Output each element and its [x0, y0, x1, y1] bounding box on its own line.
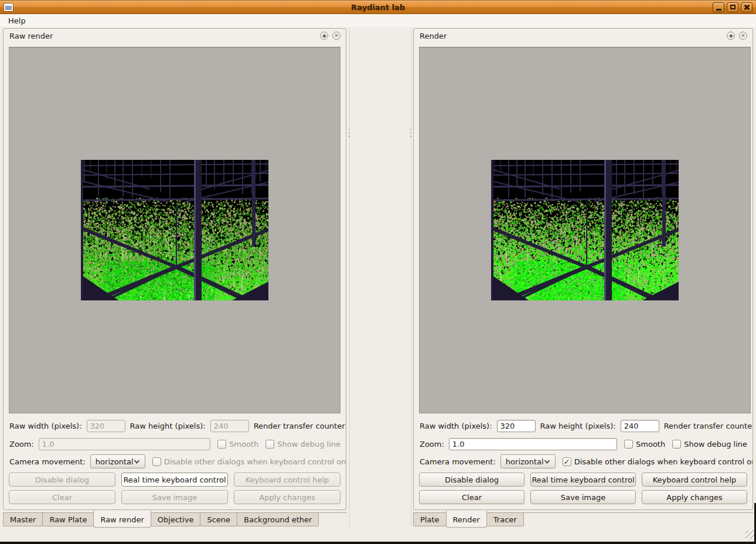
save-image-button[interactable]: Save image: [121, 490, 228, 504]
render-transfer-counter: Render transfer counter: 242: [254, 422, 346, 430]
tab-background-ether[interactable]: Background ether: [237, 513, 319, 526]
raw-width-label: Raw width (pixels):: [9, 422, 82, 430]
raw-render-panel-title: Raw render: [9, 32, 53, 40]
raw-render-image: [81, 160, 268, 300]
zoom-input[interactable]: [449, 438, 617, 450]
raw-height-input[interactable]: [621, 420, 659, 432]
splitter-grip-icon: [349, 129, 350, 139]
tab-raw-plate[interactable]: Raw Plate: [42, 513, 94, 526]
left-notebook-tabs: Master Raw Plate Raw render Objective Sc…: [3, 512, 346, 528]
menu-help[interactable]: Help: [3, 16, 31, 25]
tab-master[interactable]: Master: [3, 513, 43, 526]
maximize-icon: [730, 5, 735, 9]
zoom-label: Zoom:: [9, 440, 34, 449]
raw-width-label: Raw width (pixels):: [420, 422, 492, 430]
chevron-down-icon: [544, 460, 550, 464]
splitter-grip-icon: [410, 129, 412, 139]
realtime-keyboard-control-button[interactable]: Real time keyboard control: [121, 473, 228, 487]
show-debug-line-label: Show debug line: [684, 440, 747, 449]
zoom-label: Zoom:: [420, 440, 444, 449]
raw-height-label: Raw height (pixels):: [540, 422, 616, 430]
clear-button[interactable]: Clear: [9, 490, 115, 504]
disable-other-dialogs-checkbox[interactable]: ✓: [563, 457, 571, 466]
tab-tracer[interactable]: Tracer: [486, 513, 524, 526]
camera-movement-value: horizontal: [96, 457, 134, 466]
camera-movement-label: Camera movement:: [9, 457, 86, 466]
apply-changes-button[interactable]: Apply changes: [642, 490, 747, 504]
disable-other-dialogs-label: Disable other dialogs when keyboard cont…: [164, 457, 346, 466]
disable-other-dialogs-checkbox[interactable]: [152, 457, 161, 466]
show-debug-line-checkbox[interactable]: [265, 440, 274, 449]
pane-splitter-right[interactable]: [411, 28, 412, 527]
raw-height-label: Raw height (pixels):: [130, 422, 206, 430]
close-icon: ✕: [741, 33, 745, 39]
camera-movement-dropdown[interactable]: horizontal: [500, 454, 556, 468]
save-image-button[interactable]: Save image: [530, 490, 636, 504]
raw-render-panel: Raw render ✕ Raw width (pixels): Raw hei…: [3, 28, 346, 510]
show-debug-line-checkbox[interactable]: [672, 440, 681, 449]
maximize-button[interactable]: [727, 2, 738, 12]
keyboard-control-help-button[interactable]: Keyboard control help: [234, 473, 340, 487]
smooth-checkbox[interactable]: [624, 440, 633, 449]
tab-raw-render[interactable]: Raw render: [93, 511, 151, 528]
render-panel-title: Render: [420, 32, 447, 40]
close-dialog-button[interactable]: ✕: [332, 32, 340, 40]
close-icon: [744, 4, 750, 11]
window-border: [0, 542, 756, 544]
render-transfer-counter: Render transfer counter: 602: [664, 422, 753, 430]
raw-height-input[interactable]: [210, 420, 249, 432]
detach-dialog-button[interactable]: [320, 32, 328, 40]
realtime-keyboard-control-button[interactable]: Real time keyboard control: [530, 473, 636, 487]
window-resize-grip[interactable]: [745, 531, 754, 539]
chevron-down-icon: [134, 460, 140, 464]
smooth-checkbox[interactable]: [217, 440, 226, 449]
menubar: Help: [0, 15, 756, 27]
apply-changes-button[interactable]: Apply changes: [234, 490, 340, 504]
close-dialog-button[interactable]: ✕: [739, 32, 747, 40]
disable-other-dialogs-label: Disable other dialogs when keyboard cont…: [574, 457, 753, 466]
raw-render-viewport: [9, 47, 340, 413]
render-viewport: [419, 47, 751, 413]
render-panel: Render ✕ Raw width (pixels): Raw height …: [413, 28, 753, 510]
tab-objective[interactable]: Objective: [151, 513, 201, 526]
raw-width-input[interactable]: [497, 420, 536, 432]
close-icon: ✕: [334, 33, 339, 39]
camera-movement-dropdown[interactable]: horizontal: [90, 454, 145, 468]
camera-movement-label: Camera movement:: [420, 457, 496, 466]
zoom-input[interactable]: [39, 438, 210, 450]
smooth-label: Smooth: [636, 440, 665, 449]
detach-icon: [728, 33, 733, 37]
disable-dialog-button[interactable]: Disable dialog: [9, 473, 115, 487]
window-title: Raydiant lab: [0, 3, 756, 12]
show-debug-line-label: Show debug line: [277, 440, 340, 449]
raw-width-input[interactable]: [87, 420, 125, 432]
detach-dialog-button[interactable]: [727, 32, 735, 40]
smooth-label: Smooth: [229, 440, 258, 449]
right-notebook-tabs: Plate Render Tracer: [413, 512, 753, 528]
minimize-icon: [716, 9, 721, 11]
camera-movement-value: horizontal: [506, 457, 544, 466]
minimize-button[interactable]: [713, 2, 724, 12]
tab-plate[interactable]: Plate: [413, 513, 447, 526]
disable-dialog-button[interactable]: Disable dialog: [419, 473, 525, 487]
pane-splitter-left[interactable]: [349, 28, 350, 527]
workspace: Raw render ✕ Raw width (pixels): Raw hei…: [0, 27, 756, 542]
render-image: [491, 160, 679, 300]
window-titlebar: Raydiant lab: [0, 0, 756, 14]
close-button[interactable]: [741, 2, 752, 12]
tab-scene[interactable]: Scene: [200, 513, 237, 526]
detach-icon: [322, 33, 326, 37]
keyboard-control-help-button[interactable]: Keyboard control help: [642, 473, 747, 487]
clear-button[interactable]: Clear: [419, 490, 525, 504]
tab-render[interactable]: Render: [446, 511, 487, 528]
